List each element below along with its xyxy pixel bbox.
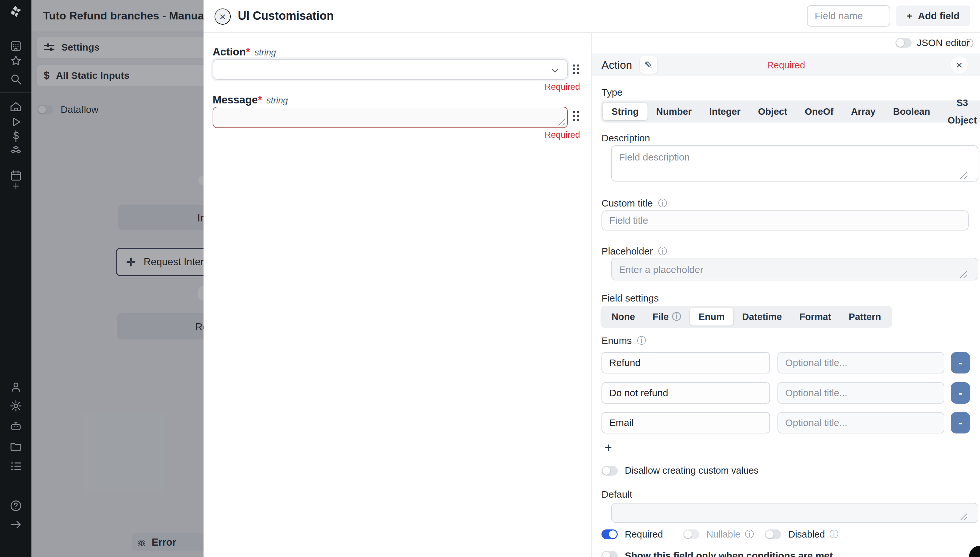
modal-header: × UI Customisation + Add field bbox=[203, 0, 980, 33]
app-sidebar bbox=[0, 0, 31, 557]
modal-backdrop-overlay[interactable] bbox=[31, 0, 203, 557]
billing-dollar-icon[interactable] bbox=[9, 129, 23, 143]
settings-gear-icon[interactable] bbox=[9, 399, 23, 413]
app-logo-icon bbox=[9, 5, 23, 19]
field-close-icon[interactable]: × bbox=[951, 56, 968, 73]
field-settings-label: Field settings bbox=[601, 293, 659, 304]
default-label: Default bbox=[601, 489, 632, 500]
fs-option-format[interactable]: Format bbox=[791, 308, 840, 326]
conditions-row: Show this field only when conditions are… bbox=[601, 550, 833, 557]
type-option-string[interactable]: String bbox=[603, 103, 647, 120]
search-icon[interactable] bbox=[9, 72, 23, 86]
remove-enum-button[interactable]: - bbox=[951, 352, 970, 373]
required-toggle-label: Required bbox=[625, 529, 663, 540]
add-field-button[interactable]: + Add field bbox=[896, 5, 970, 26]
disabled-toggle-label: Disabled bbox=[788, 529, 825, 540]
conditions-label: Show this field only when conditions are… bbox=[625, 550, 833, 557]
fs-option-datetime[interactable]: Datetime bbox=[733, 308, 791, 326]
workspace-icon[interactable] bbox=[9, 39, 23, 53]
home-icon[interactable] bbox=[9, 100, 23, 114]
custom-title-info-icon[interactable]: ⓘ bbox=[658, 197, 667, 209]
enum-row: - bbox=[592, 412, 980, 433]
required-toggle[interactable] bbox=[601, 529, 618, 539]
type-option-boolean[interactable]: Boolean bbox=[884, 103, 939, 120]
type-option-number[interactable]: Number bbox=[647, 103, 700, 120]
type-label: Type bbox=[601, 87, 622, 98]
collapse-arrow-icon[interactable] bbox=[9, 518, 23, 532]
enum-value-input[interactable] bbox=[601, 382, 770, 404]
agents-robot-icon[interactable] bbox=[9, 419, 23, 433]
custom-title-label: Custom title ⓘ bbox=[601, 197, 667, 209]
enum-title-input[interactable] bbox=[777, 412, 944, 433]
enums-info-icon[interactable]: ⓘ bbox=[637, 335, 646, 347]
remove-enum-button[interactable]: - bbox=[951, 412, 970, 433]
logs-list-icon[interactable] bbox=[9, 459, 23, 473]
ui-customisation-modal: × UI Customisation + Add field Action*st… bbox=[203, 0, 980, 557]
favorites-star-icon[interactable] bbox=[9, 54, 23, 68]
fs-option-enum[interactable]: Enum bbox=[690, 308, 733, 326]
default-textarea[interactable] bbox=[611, 503, 978, 523]
field-required-badge: Required bbox=[592, 60, 980, 71]
field-name-input[interactable] bbox=[807, 5, 890, 26]
enum-row: - bbox=[592, 352, 980, 373]
profile-user-icon[interactable] bbox=[9, 380, 23, 394]
file-info-icon: ⓘ bbox=[672, 308, 681, 326]
message-drag-handle[interactable]: ⠿ bbox=[571, 111, 580, 124]
message-textarea-input[interactable] bbox=[213, 107, 568, 128]
description-textarea[interactable] bbox=[611, 145, 978, 182]
type-option-s3object[interactable]: S3 Object bbox=[939, 103, 980, 120]
add-plus-icon[interactable] bbox=[9, 179, 23, 193]
add-enum-button[interactable]: + bbox=[605, 441, 612, 454]
placeholder-info-icon[interactable]: ⓘ bbox=[658, 245, 667, 257]
type-option-integer[interactable]: Integer bbox=[700, 103, 749, 120]
type-option-array[interactable]: Array bbox=[842, 103, 884, 120]
nullable-info-icon[interactable]: ⓘ bbox=[745, 528, 754, 541]
action-required-text: Required bbox=[213, 82, 580, 92]
plus-icon: + bbox=[907, 10, 912, 21]
modal-close-icon[interactable]: × bbox=[215, 8, 231, 24]
json-editor-row: JSON editor ⓘ bbox=[592, 37, 980, 49]
enum-title-input[interactable] bbox=[777, 352, 944, 373]
disallow-custom-values-toggle[interactable] bbox=[601, 466, 618, 476]
conditions-toggle[interactable] bbox=[601, 551, 618, 557]
runs-play-icon[interactable] bbox=[9, 115, 23, 129]
help-icon[interactable] bbox=[9, 498, 23, 513]
disallow-custom-values-label: Disallow creating custom values bbox=[625, 465, 759, 476]
enums-label: Enums ⓘ bbox=[601, 335, 646, 347]
resize-handle-icon[interactable] bbox=[558, 118, 565, 125]
custom-title-input[interactable] bbox=[601, 210, 969, 231]
fs-option-pattern[interactable]: Pattern bbox=[840, 308, 890, 326]
description-label: Description bbox=[601, 133, 650, 143]
chevron-down-icon bbox=[552, 66, 558, 73]
disabled-toggle[interactable] bbox=[765, 529, 781, 539]
message-type-hint: string bbox=[267, 96, 288, 105]
field-editor-pane: JSON editor ⓘ Action ✎ Required × Type S… bbox=[592, 33, 980, 557]
remove-enum-button[interactable]: - bbox=[951, 382, 970, 404]
enum-title-input[interactable] bbox=[777, 382, 944, 404]
fs-option-file[interactable]: File ⓘ bbox=[644, 308, 690, 326]
message-field-label: Message*string bbox=[213, 94, 288, 106]
type-option-oneof[interactable]: OneOf bbox=[796, 103, 842, 120]
enum-value-input[interactable] bbox=[601, 352, 770, 373]
field-settings-segmented-control: None File ⓘ Enum Datetime Format Pattern bbox=[601, 306, 892, 328]
json-editor-toggle[interactable] bbox=[895, 38, 912, 48]
action-field-label: Action*string bbox=[213, 46, 276, 58]
app-screen: Tuto Refund branches - Manually ✎ Settin… bbox=[0, 0, 980, 557]
nullable-toggle[interactable] bbox=[683, 529, 699, 539]
workflow-canvas: Tuto Refund branches - Manually ✎ Settin… bbox=[31, 0, 203, 557]
form-preview-pane: Action*string ⠿ Required Message*string … bbox=[203, 33, 592, 557]
type-segmented-control: String Number Integer Object OneOf Array… bbox=[601, 101, 980, 122]
flags-row: Required Nullable ⓘ Disabled ⓘ bbox=[601, 528, 839, 541]
disabled-info-icon[interactable]: ⓘ bbox=[829, 528, 839, 541]
fs-option-none[interactable]: None bbox=[603, 308, 644, 326]
type-option-object[interactable]: Object bbox=[749, 103, 796, 120]
enum-row: - bbox=[592, 382, 980, 404]
action-drag-handle[interactable]: ⠿ bbox=[571, 64, 580, 78]
action-select-input[interactable] bbox=[213, 59, 568, 80]
enum-value-input[interactable] bbox=[601, 412, 770, 433]
json-editor-info-icon[interactable]: ⓘ bbox=[964, 37, 973, 50]
placeholder-textarea[interactable] bbox=[611, 258, 978, 280]
blocks-cubes-icon[interactable] bbox=[9, 144, 23, 158]
action-type-hint: string bbox=[255, 48, 276, 57]
files-folder-icon[interactable] bbox=[9, 439, 23, 453]
